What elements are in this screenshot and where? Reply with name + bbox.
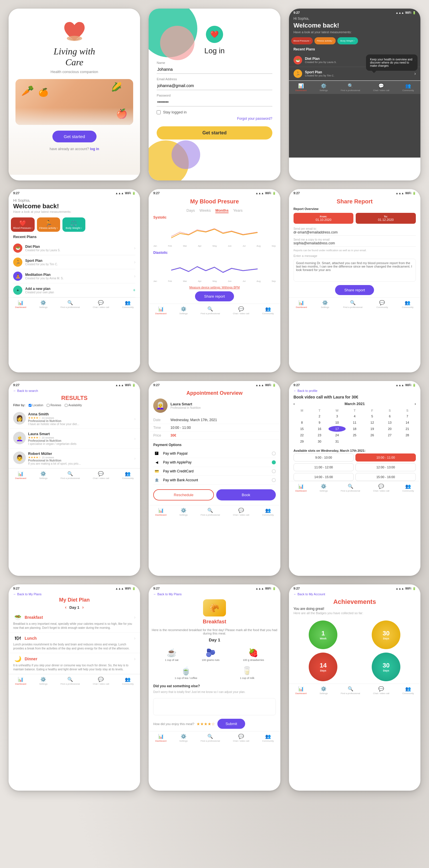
meal-breakfast[interactable]: 🥗 Breakfast › Breakfast is a very import…	[9, 612, 140, 632]
back-to-plans[interactable]: ← Back to My Plans	[9, 591, 140, 597]
nav-settings-9[interactable]: ⚙️ Settings	[320, 484, 328, 492]
nav-settings-5[interactable]: ⚙️ Settings	[179, 306, 188, 315]
to-date-button[interactable]: To: 01.12.2020	[356, 213, 416, 224]
cal-day-30[interactable]: 30	[311, 439, 328, 444]
cal-day-7[interactable]: 7	[399, 413, 416, 419]
credit-radio[interactable]	[272, 469, 276, 473]
cal-day-18[interactable]: 18	[346, 426, 363, 432]
email-input[interactable]	[157, 82, 272, 90]
slot-14-15[interactable]: 14:00 - 15:00	[294, 473, 354, 481]
plan-add-4[interactable]: + Add a new plan Created your own plan +	[13, 283, 135, 297]
metric-fitness-4[interactable]: 🏃 Fitness activity ›	[37, 217, 60, 232]
result-anna[interactable]: 👩 Anna Smith ★★★★☆ 24 reviews Profession…	[9, 409, 140, 429]
cal-day-28[interactable]: 28	[399, 432, 416, 438]
food-milk[interactable]: 🥛 1 cup of milk	[240, 666, 255, 680]
tab-days[interactable]: Days	[187, 208, 195, 213]
nav-settings-4[interactable]: ⚙️ Settings	[39, 300, 47, 309]
tab-months[interactable]: Months	[216, 208, 229, 213]
tab-weeks[interactable]: Weeks	[200, 208, 211, 213]
nav-dashboard[interactable]: 📊 Dashboard	[295, 83, 306, 92]
meal-lunch[interactable]: 🍽 Lunch › Lunch provides nourishment to …	[9, 632, 140, 653]
cal-day-14[interactable]: 14	[399, 420, 416, 425]
device-settings-link[interactable]: Measure device settings: Withings BPM	[148, 286, 280, 289]
plan-sport-4[interactable]: 🏃 Sport Plan Created for you by Tim C. ›	[13, 255, 135, 269]
nav-dashboard-8[interactable]: 📊 Dashboard	[155, 507, 166, 516]
cal-day-10[interactable]: 10	[328, 420, 345, 425]
login-submit-button[interactable]: Get started	[157, 126, 272, 140]
stay-logged-checkbox[interactable]	[157, 110, 161, 114]
nav-comm-4[interactable]: 👥 Community	[122, 300, 133, 309]
nav-find-5[interactable]: 🔍 Find a professional	[201, 306, 220, 315]
meal-dinner[interactable]: 🌙 Dinner › It is unhealthy if you skip y…	[9, 653, 140, 674]
nav-comm-9[interactable]: 👥 Community	[402, 484, 414, 492]
nav-dashboard-7[interactable]: 📊 Dashboard	[15, 471, 26, 479]
nav-community[interactable]: 👥 Community	[402, 83, 414, 92]
food-strawberries[interactable]: 🍓 100 g strawberries	[243, 648, 264, 661]
payment-credit[interactable]: 💳 Pay with CreditCard	[153, 467, 275, 476]
slot-15-16[interactable]: 15:00 - 16:00	[355, 473, 416, 481]
nav-find-8[interactable]: 🔍 Find a professional	[201, 507, 220, 516]
filter-availability[interactable]: Availability	[65, 404, 82, 407]
cal-day-25[interactable]: 25	[346, 432, 363, 438]
metric-weight-4[interactable]: ⚖️ Body Weight ›	[62, 217, 85, 232]
slot-10-11[interactable]: 10:00 - 11:00	[355, 454, 416, 462]
cal-day-4[interactable]: 4	[346, 413, 363, 419]
slot-9-10[interactable]: 9:00 - 10:00	[294, 454, 354, 462]
filter-location[interactable]: Location	[29, 404, 43, 407]
filter-reviews[interactable]: Reviews	[47, 404, 61, 407]
nav-find-9[interactable]: 🔍 Find a professional	[341, 484, 360, 492]
slot-11-12[interactable]: 11:00 - 12:00	[294, 463, 354, 471]
nav-comm-12[interactable]: 👥 Community	[402, 686, 414, 695]
nav-professional[interactable]: 🔍 Find a professional	[341, 83, 360, 92]
cal-day-26[interactable]: 26	[364, 432, 381, 438]
cal-day-31[interactable]: 31	[328, 439, 345, 444]
cal-day-11[interactable]: 11	[346, 420, 363, 425]
metric-weight[interactable]: Body Weight ›	[337, 37, 358, 44]
extra-food-textarea[interactable]	[153, 698, 275, 715]
nav-chat-9[interactable]: 💬 Chat / video call	[373, 484, 390, 492]
nav-find-12[interactable]: 🔍 Find a professional	[341, 686, 360, 695]
nav-comm-10[interactable]: 👥 Community	[122, 677, 133, 685]
book-button[interactable]: Book	[216, 489, 276, 500]
nav-dashboard-5[interactable]: 📊 Dashboard	[155, 306, 166, 315]
cal-day-23[interactable]: 23	[311, 432, 328, 438]
cal-day-8[interactable]: 8	[294, 420, 310, 425]
cal-day-15[interactable]: 15	[294, 426, 310, 432]
nav-dashboard-6[interactable]: 📊 Dashboard	[296, 300, 307, 309]
nav-find-4[interactable]: 🔍 Find a professional	[60, 300, 80, 309]
nav-chat-4[interactable]: 💬 Chat / video call	[93, 300, 109, 309]
metric-bp[interactable]: ❤️ Blood Pressure ›	[11, 217, 35, 232]
cal-day-6[interactable]: 6	[381, 413, 398, 419]
get-started-button[interactable]: Get started	[53, 131, 97, 143]
cal-day-27[interactable]: 27	[381, 432, 398, 438]
next-day-button[interactable]: ›	[82, 605, 84, 610]
cal-day-9[interactable]: 9	[311, 420, 328, 425]
cal-day-19[interactable]: 19	[364, 426, 381, 432]
nav-settings-10[interactable]: ⚙️ Settings	[39, 677, 47, 685]
nav-dashboard-9[interactable]: 📊 Dashboard	[295, 484, 306, 492]
from-date-button[interactable]: From: 01.10.2020	[294, 213, 354, 224]
cal-day-21[interactable]: 21	[399, 426, 416, 432]
cal-day-5[interactable]: 5	[364, 413, 381, 419]
nav-video[interactable]: 💬 Chat / video call	[373, 83, 390, 92]
filter-availability-checkbox[interactable]	[65, 404, 68, 407]
forgot-password-link[interactable]: Forgot your password?	[157, 117, 272, 121]
apple-radio[interactable]	[272, 460, 276, 464]
nav-comm-6[interactable]: 👥 Community	[402, 300, 413, 309]
nav-chat-10[interactable]: 💬 Chat / video call	[93, 677, 109, 685]
nav-dashboard-12[interactable]: 📊 Dashboard	[295, 686, 306, 695]
nav-chat-8[interactable]: 💬 Chat / video call	[233, 507, 249, 516]
metric-blood-pressure[interactable]: Blood Pressure ›	[291, 37, 313, 44]
cal-day-22[interactable]: 22	[294, 432, 310, 438]
nav-settings-6[interactable]: ⚙️ Settings	[321, 300, 329, 309]
plan-meditation-4[interactable]: 🧘 Meditation Plan Created for you by Ann…	[13, 269, 135, 283]
filter-reviews-checkbox[interactable]	[47, 404, 50, 407]
cal-day-29[interactable]: 29	[294, 439, 310, 444]
metric-fitness[interactable]: Fitness activity ›	[315, 37, 335, 44]
payment-bank[interactable]: 🏦 Pay with Bank Account	[153, 476, 275, 485]
cal-day-16[interactable]: 16	[311, 426, 328, 432]
nav-chat-6[interactable]: 💬 Community	[376, 300, 388, 309]
tab-years[interactable]: Years	[233, 208, 242, 213]
nav-comm-8[interactable]: 👥 Community	[262, 507, 274, 516]
back-to-profile[interactable]: ← Back to profile	[289, 388, 420, 394]
